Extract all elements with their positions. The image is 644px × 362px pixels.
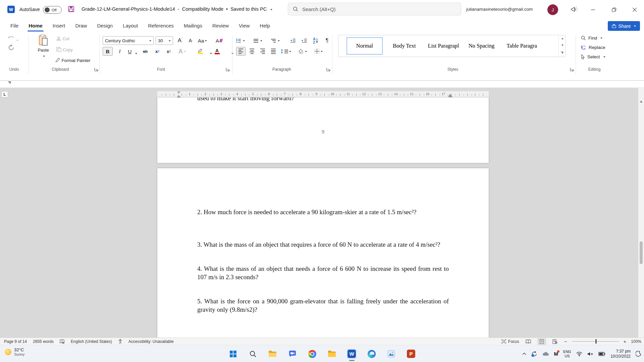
file-explorer-button[interactable] (268, 349, 278, 359)
clear-formatting-button[interactable]: A (215, 36, 223, 45)
sync-icon[interactable] (531, 351, 537, 357)
font-color-button[interactable]: A (213, 47, 221, 56)
zoom-slider[interactable] (572, 341, 619, 342)
tab-draw[interactable]: Draw (70, 19, 92, 32)
scrollbar-thumb[interactable] (640, 241, 643, 264)
vertical-scrollbar[interactable] (638, 88, 644, 338)
taskbar-search-button[interactable] (248, 349, 258, 359)
restore-button[interactable] (605, 0, 623, 19)
borders-button[interactable] (314, 47, 323, 56)
account-email[interactable]: julianamaxinetesorio@gmail.com (466, 7, 533, 12)
coming-soon-megaphone-icon[interactable] (570, 6, 578, 13)
zoom-slider-thumb[interactable] (595, 339, 597, 344)
tab-help[interactable]: Help (255, 19, 275, 32)
cut-button[interactable]: Cut (56, 36, 69, 41)
powerpoint-button[interactable]: P (406, 349, 416, 359)
style-list-paragraph[interactable]: List Paragrapl (428, 43, 459, 49)
styles-dialog-launcher-icon[interactable] (570, 67, 574, 72)
close-button[interactable] (626, 0, 643, 19)
language-switcher[interactable]: ENG US (563, 350, 571, 358)
night-mode-moon-icon[interactable] (636, 351, 641, 357)
minimize-button[interactable] (584, 0, 602, 19)
clock[interactable]: 7:37 pm 10/10/2022 (610, 349, 631, 359)
font-size-select[interactable]: 30 (156, 36, 173, 45)
shrink-font-button[interactable]: Aˇ (186, 36, 195, 45)
volume-muted-icon[interactable] (587, 352, 593, 356)
scroll-up-icon[interactable] (640, 101, 643, 103)
accessibility-icon[interactable] (118, 339, 122, 344)
change-case-button[interactable]: Aa (198, 36, 207, 45)
battery-icon[interactable] (598, 352, 605, 356)
replace-button[interactable]: b c Replace (581, 45, 605, 50)
select-button[interactable]: Select (581, 54, 605, 59)
clipboard-dialog-launcher-icon[interactable] (94, 67, 99, 72)
avatar[interactable]: J (547, 4, 558, 15)
styles-scroll-up-icon[interactable] (561, 37, 564, 39)
edge-button[interactable] (367, 349, 377, 359)
styles-more-icon[interactable] (560, 52, 564, 55)
wifi-icon[interactable] (576, 352, 582, 356)
tab-view[interactable]: View (234, 19, 255, 32)
share-button[interactable]: Share (608, 21, 640, 31)
shading-button[interactable] (298, 47, 307, 56)
read-mode-button[interactable] (524, 338, 533, 345)
tab-file[interactable]: File (5, 19, 23, 32)
redo-button[interactable] (8, 44, 15, 52)
strikethrough-button[interactable]: ab (141, 47, 150, 56)
chevron-down-icon[interactable] (135, 53, 137, 55)
tab-insert[interactable]: Insert (48, 19, 70, 32)
tab-layout[interactable]: Layout (118, 19, 143, 32)
text-effects-button[interactable]: A (178, 47, 186, 56)
zoom-level[interactable]: 100% (631, 339, 641, 344)
tab-design[interactable]: Design (92, 19, 118, 32)
bullets-button[interactable] (236, 36, 245, 45)
search-input[interactable]: Search (Alt+Q) (288, 3, 461, 15)
chrome-button[interactable] (307, 349, 317, 359)
italic-button[interactable]: I (115, 47, 124, 56)
style-no-spacing[interactable]: No Spacing (469, 43, 494, 49)
word-button[interactable]: W (347, 349, 357, 359)
document-title[interactable]: Grade-12-LM-General-Physics-1-Module14 -… (82, 6, 274, 12)
grow-font-button[interactable]: Aˆ (176, 36, 184, 45)
numbering-button[interactable] (254, 36, 262, 45)
styles-scroll-down-icon[interactable] (561, 45, 564, 47)
folder-button[interactable] (327, 349, 337, 359)
sort-button[interactable]: A Z (311, 36, 320, 45)
accessibility-status[interactable]: Accessibility: Unavailable (128, 339, 174, 344)
justify-button[interactable] (269, 47, 278, 56)
first-line-indent-marker[interactable] (177, 92, 180, 94)
customize-toolbar-icon[interactable] (8, 81, 11, 84)
autosave-toggle[interactable]: Off (43, 6, 62, 14)
zoom-out-button[interactable]: − (564, 339, 567, 344)
increase-indent-button[interactable] (300, 36, 309, 45)
start-button[interactable] (228, 349, 238, 359)
focus-button[interactable]: Focus (501, 339, 519, 344)
zoom-in-button[interactable]: + (624, 339, 627, 344)
page-indicator[interactable]: Page 9 of 14 (4, 339, 27, 344)
undo-button[interactable] (7, 35, 18, 43)
paste-button[interactable]: Paste (34, 34, 53, 59)
underline-button[interactable]: U (125, 47, 134, 56)
save-icon[interactable] (68, 6, 74, 12)
chat-button[interactable] (287, 349, 298, 359)
copy-button[interactable]: Copy (56, 47, 73, 52)
tab-references[interactable]: References (143, 19, 179, 32)
tab-stop-selector[interactable]: L (1, 91, 8, 98)
print-layout-button[interactable] (537, 338, 546, 345)
style-body-text[interactable]: Body Text (393, 43, 416, 49)
line-spacing-button[interactable] (280, 47, 291, 56)
superscript-button[interactable]: x2 (164, 47, 173, 56)
style-normal[interactable]: Normal (346, 37, 383, 55)
align-right-button[interactable] (258, 47, 267, 56)
highlight-color-button[interactable] (196, 47, 205, 56)
tab-mailings[interactable]: Mailings (179, 19, 207, 32)
tab-review[interactable]: Review (207, 19, 234, 32)
tab-home[interactable]: Home (23, 19, 48, 32)
format-painter-button[interactable]: Format Painter (55, 58, 91, 63)
subscript-button[interactable]: x2 (153, 47, 162, 56)
font-dialog-launcher-icon[interactable] (225, 67, 230, 72)
font-family-select[interactable]: Century Gothic (103, 36, 154, 45)
align-center-button[interactable] (248, 47, 256, 56)
find-button[interactable]: Find (581, 36, 602, 41)
document-page-2[interactable]: 2. How much force is needed to accelerat… (157, 168, 489, 338)
